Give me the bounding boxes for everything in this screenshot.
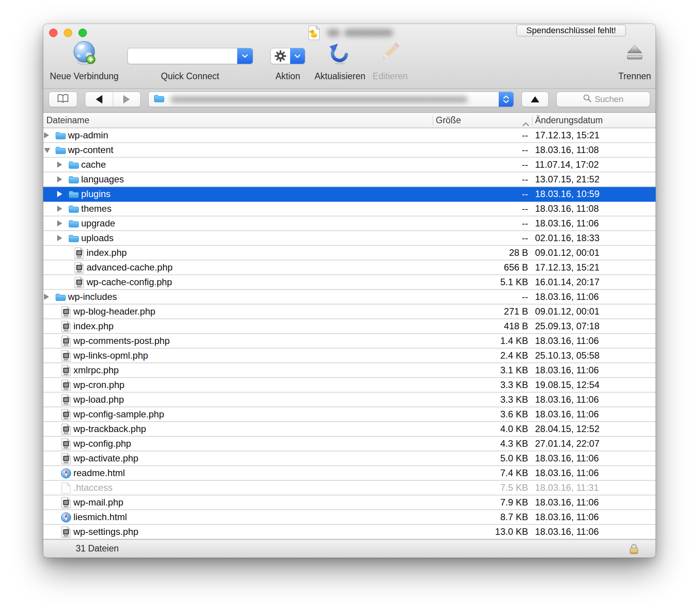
file-modified-date: 25.09.13, 07:18 (532, 319, 656, 333)
table-row[interactable]: cache--11.07.14, 17:02 (43, 158, 656, 172)
back-button[interactable] (85, 92, 113, 107)
disclosure-collapsed-icon[interactable] (57, 235, 62, 241)
svg-text:PHP: PHP (77, 285, 82, 288)
path-dropdown[interactable] (148, 92, 514, 107)
table-row[interactable]: PHPwp-config-sample.php3.6 KB18.03.16, 1… (43, 407, 656, 422)
php-file-icon: PHP (60, 453, 72, 465)
file-modified-date: 18.03.16, 10:59 (532, 187, 656, 201)
file-name: wp-cache-config.php (87, 275, 172, 289)
quick-connect-combo[interactable] (127, 48, 253, 64)
close-button[interactable] (49, 29, 58, 37)
php-file-icon: PHP (60, 320, 72, 332)
disclosure-collapsed-icon[interactable] (57, 206, 62, 212)
table-row[interactable]: PHPwp-cron.php3.3 KB19.08.15, 12:54 (43, 378, 656, 393)
globe-plus-icon[interactable] (71, 39, 98, 67)
file-modified-date: 18.03.16, 11:06 (532, 510, 656, 524)
table-row[interactable]: upgrade--18.03.16, 11:06 (43, 216, 656, 231)
disclosure-collapsed-icon[interactable] (44, 132, 49, 138)
disclosure-collapsed-icon[interactable] (57, 162, 62, 168)
disclosure-expanded-icon[interactable] (44, 148, 50, 153)
folder-icon (68, 159, 80, 171)
chevron-down-icon[interactable] (290, 48, 305, 64)
file-name: wp-config-sample.php (73, 407, 164, 421)
table-row[interactable]: PHPwp-trackback.php4.0 KB28.04.15, 12:52 (43, 422, 656, 437)
donation-key-missing-button[interactable]: Spendenschlüssel fehlt! (517, 25, 626, 36)
svg-text:PHP: PHP (64, 461, 68, 464)
table-row[interactable]: .htaccess7.5 KB18.03.16, 11:31 (43, 481, 656, 495)
disclosure-collapsed-icon[interactable] (57, 191, 62, 197)
pencil-icon (379, 40, 402, 65)
svg-text:PHP: PHP (64, 329, 68, 332)
table-row[interactable]: wp-admin--17.12.13, 15:21 (43, 128, 656, 143)
table-row[interactable]: uploads--02.01.16, 18:33 (43, 231, 656, 246)
gear-icon[interactable] (271, 48, 290, 64)
table-row[interactable]: liesmich.html8.7 KB18.03.16, 11:06 (43, 510, 656, 525)
svg-text:PHP: PHP (77, 256, 82, 258)
table-row[interactable]: PHPadvanced-cache.php656 B17.12.13, 15:2… (43, 260, 656, 275)
file-modified-date: 18.03.16, 11:06 (532, 451, 656, 465)
file-name: themes (81, 202, 112, 216)
svg-text:PHP: PHP (64, 432, 68, 434)
file-modified-date: 18.03.16, 11:06 (532, 466, 656, 480)
bookmarks-toggle-button[interactable] (49, 92, 77, 107)
sort-ascending-icon (522, 118, 529, 129)
svg-text:PHP: PHP (64, 447, 68, 449)
chevron-down-icon[interactable] (237, 48, 253, 64)
file-size: 271 B (433, 305, 532, 318)
go-up-button[interactable] (522, 92, 549, 107)
table-row[interactable]: readme.html7.4 KB18.03.16, 11:06 (43, 466, 656, 481)
column-header-size[interactable]: Größe (436, 113, 461, 128)
toolbar-label-disconnect: Trennen (618, 71, 651, 82)
refresh-arrow-icon[interactable] (328, 41, 352, 67)
disclosure-collapsed-icon[interactable] (57, 220, 62, 226)
search-input[interactable]: Suchen (556, 92, 650, 107)
traffic-lights (49, 29, 87, 37)
file-name: cache (81, 158, 106, 172)
table-row[interactable]: PHPwp-config.php4.3 KB27.01.14, 22:07 (43, 437, 656, 451)
column-header-filename[interactable]: Dateiname (46, 113, 89, 128)
php-file-icon: PHP (60, 335, 72, 347)
table-row[interactable]: PHPwp-activate.php5.0 KB18.03.16, 11:06 (43, 451, 656, 466)
file-name: wp-trackback.php (73, 422, 146, 436)
svg-text:PHP: PHP (64, 315, 68, 317)
table-row[interactable]: PHPindex.php28 B09.01.12, 00:01 (43, 246, 656, 260)
table-row[interactable]: wp-includes--18.03.16, 11:06 (43, 290, 656, 305)
file-size: 3.3 KB (433, 378, 532, 392)
table-row[interactable]: PHPwp-blog-header.php271 B09.01.12, 00:0… (43, 305, 656, 319)
table-row[interactable]: languages--13.07.15, 21:52 (43, 172, 656, 187)
folder-icon (55, 291, 66, 303)
svg-text:PHP: PHP (64, 417, 68, 420)
table-row[interactable]: PHPwp-cache-config.php5.1 KB16.01.14, 20… (43, 275, 656, 290)
file-size: -- (433, 172, 532, 186)
window-title (308, 26, 320, 41)
table-row[interactable]: PHPwp-load.php3.3 KB18.03.16, 11:06 (43, 393, 656, 407)
eject-icon[interactable] (626, 44, 644, 63)
table-row[interactable]: PHPwp-settings.php13.0 KB18.03.16, 11:06 (43, 525, 656, 539)
action-button[interactable] (270, 48, 305, 64)
folder-icon (68, 188, 80, 200)
minimize-button[interactable] (64, 29, 72, 37)
folder-icon (154, 94, 165, 104)
table-row[interactable]: wp-content--18.03.16, 11:08 (43, 143, 656, 158)
toolbar-label-refresh: Aktualisieren (314, 71, 365, 82)
column-header-modified[interactable]: Änderungsdatum (535, 113, 603, 128)
table-row[interactable]: themes--18.03.16, 11:08 (43, 202, 656, 216)
disclosure-collapsed-icon[interactable] (44, 294, 49, 300)
table-row[interactable]: PHPwp-links-opml.php2.4 KB25.10.13, 05:5… (43, 349, 656, 363)
table-row[interactable]: PHPindex.php418 B25.09.13, 07:18 (43, 319, 656, 334)
forward-button[interactable] (113, 92, 141, 107)
file-size: 7.9 KB (433, 495, 532, 509)
table-row[interactable]: PHPxmlrpc.php3.1 KB18.03.16, 11:06 (43, 363, 656, 378)
updown-chevrons-icon[interactable] (499, 92, 513, 107)
file-size: 3.1 KB (433, 363, 532, 377)
php-file-icon: PHP (60, 497, 72, 509)
quick-connect-input[interactable] (130, 49, 236, 63)
table-row[interactable]: PHPwp-mail.php7.9 KB18.03.16, 11:06 (43, 495, 656, 510)
php-file-icon: PHP (60, 364, 72, 376)
file-name: wp-cron.php (73, 378, 124, 392)
table-row[interactable]: plugins--18.03.16, 10:59 (43, 187, 656, 202)
disclosure-collapsed-icon[interactable] (57, 176, 62, 182)
php-file-icon: PHP (60, 379, 72, 391)
table-row[interactable]: PHPwp-comments-post.php1.4 KB18.03.16, 1… (43, 334, 656, 349)
zoom-button[interactable] (78, 29, 87, 37)
